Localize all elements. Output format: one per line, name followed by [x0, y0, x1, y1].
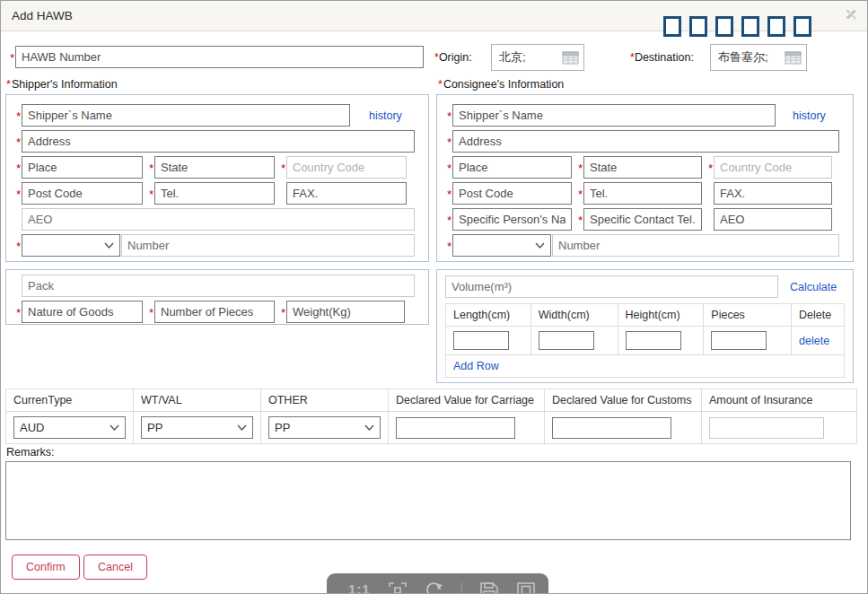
destination-value: 布鲁塞尔;: [718, 49, 768, 66]
remarks-textarea[interactable]: [5, 461, 851, 540]
required-marker: [445, 134, 452, 150]
shipper-place-input[interactable]: [22, 156, 143, 179]
consignee-aeo-input[interactable]: [714, 208, 832, 231]
chevron-down-icon: [104, 242, 114, 249]
consignee-specific-person-input[interactable]: [452, 208, 572, 231]
shipper-country-code-input[interactable]: [286, 156, 407, 179]
placeholder-glyph-square[interactable]: [689, 16, 707, 37]
col-amount-insurance: Amount of Insurance: [702, 389, 857, 412]
col-delete: Delete: [792, 304, 845, 327]
shipper-history-link[interactable]: history: [369, 109, 402, 122]
shipper-fax-input[interactable]: [286, 182, 407, 205]
dialog-title: Add HAWB: [12, 9, 73, 22]
required-marker: [445, 186, 452, 202]
placeholder-glyph-square[interactable]: [767, 16, 785, 37]
consignee-address-input[interactable]: [452, 130, 839, 153]
shipper-box: history: [5, 94, 429, 262]
col-height: Height(cm): [618, 304, 704, 327]
dimensions-table: Length(cm) Width(cm) Height(cm) Pieces D…: [445, 303, 845, 378]
origin-value: 北京;: [499, 49, 526, 66]
required-marker: [445, 212, 452, 228]
chevron-down-icon: [237, 424, 247, 431]
required-marker: [576, 212, 583, 228]
placeholder-glyph-square[interactable]: [663, 16, 681, 37]
add-row-row: Add Row: [446, 355, 845, 378]
consignee-post-code-input[interactable]: [452, 182, 572, 205]
shipper-number-input[interactable]: [121, 234, 415, 257]
height-input[interactable]: [626, 331, 681, 350]
rotate-icon[interactable]: [425, 581, 444, 594]
origin-lookup-field[interactable]: 北京;: [491, 44, 584, 71]
add-row-link[interactable]: Add Row: [453, 360, 499, 372]
calculate-link[interactable]: Calculate: [790, 281, 837, 293]
dimensions-header-row: Length(cm) Width(cm) Height(cm) Pieces D…: [446, 304, 845, 327]
placeholder-glyph-square[interactable]: [741, 16, 759, 37]
consignee-fax-input[interactable]: [714, 182, 832, 205]
pack-input[interactable]: [22, 275, 415, 297]
save-icon[interactable]: [479, 581, 499, 594]
add-hawb-dialog: Add HAWB ✕ *Origin: 北京; *Destination: 布鲁…: [0, 0, 868, 594]
consignee-place-input[interactable]: [452, 156, 572, 179]
placeholder-glyph-square[interactable]: [715, 16, 733, 37]
col-other: OTHER: [261, 389, 389, 412]
consignee-id-type-select[interactable]: [452, 234, 551, 257]
charges-table: CurrenType WT/VAL OTHER Declared Value f…: [5, 389, 857, 444]
number-of-pieces-input[interactable]: [154, 301, 275, 323]
consignee-history-link[interactable]: history: [793, 109, 826, 122]
actual-size-button[interactable]: 1:1: [348, 581, 371, 594]
consignee-box: history: [436, 94, 854, 262]
declared-value-customs-input[interactable]: [552, 417, 671, 439]
table-lookup-icon[interactable]: [562, 51, 579, 65]
weight-input[interactable]: [286, 301, 405, 323]
original-size-icon[interactable]: [516, 581, 536, 594]
pieces-input[interactable]: [711, 331, 767, 350]
curren-type-select[interactable]: AUD: [13, 416, 126, 439]
delete-row-link[interactable]: delete: [799, 335, 829, 347]
chevron-down-icon: [110, 424, 119, 431]
close-icon[interactable]: ✕: [846, 6, 858, 25]
col-declared-customs: Declared Value for Customs: [545, 389, 702, 412]
other-select[interactable]: PP: [268, 416, 381, 439]
nature-of-goods-input[interactable]: [22, 301, 143, 323]
required-marker: [576, 160, 583, 176]
wt-val-select[interactable]: PP: [141, 416, 253, 439]
consignee-tel-input[interactable]: [583, 182, 702, 205]
required-marker: [14, 186, 22, 202]
destination-lookup-field[interactable]: 布鲁塞尔;: [710, 44, 807, 71]
required-marker: [147, 160, 154, 176]
hawb-number-input[interactable]: [15, 46, 424, 68]
required-marker: [8, 49, 15, 66]
shipper-aeo-input[interactable]: [22, 208, 415, 231]
consignee-specific-tel-input[interactable]: [583, 208, 702, 231]
amount-of-insurance-input[interactable]: [709, 417, 824, 439]
shipper-address-input[interactable]: [22, 130, 415, 153]
required-marker: [576, 186, 583, 202]
shipper-name-input[interactable]: [22, 104, 350, 127]
consignee-state-input[interactable]: [583, 156, 702, 179]
required-marker: [706, 160, 714, 176]
required-marker: [147, 186, 154, 202]
shipper-tel-input[interactable]: [154, 182, 275, 205]
placeholder-glyph-square[interactable]: [793, 16, 811, 37]
cancel-button[interactable]: Cancel: [83, 555, 147, 580]
required-marker: [14, 160, 22, 176]
chevron-down-icon: [364, 424, 374, 431]
fit-to-screen-icon[interactable]: [388, 581, 408, 594]
consignee-name-input[interactable]: [452, 104, 776, 127]
consignee-country-code-input[interactable]: [714, 156, 832, 179]
hawb-number-group: [8, 46, 424, 68]
width-input[interactable]: [539, 331, 594, 350]
length-input[interactable]: [453, 331, 509, 350]
required-marker: [445, 160, 452, 176]
declared-value-carriage-input[interactable]: [396, 417, 515, 439]
required-marker: [14, 238, 22, 254]
volume-input[interactable]: [445, 275, 778, 298]
confirm-button[interactable]: Confirm: [12, 555, 80, 580]
shipper-state-input[interactable]: [154, 156, 275, 179]
shipper-id-type-select[interactable]: [22, 234, 120, 257]
shipper-post-code-input[interactable]: [22, 182, 143, 205]
consignee-number-input[interactable]: [552, 234, 839, 257]
charges-value-row: AUD PP PP: [6, 412, 857, 444]
image-viewer-toolbar: 1:1: [327, 573, 548, 594]
table-lookup-icon[interactable]: [785, 51, 802, 65]
